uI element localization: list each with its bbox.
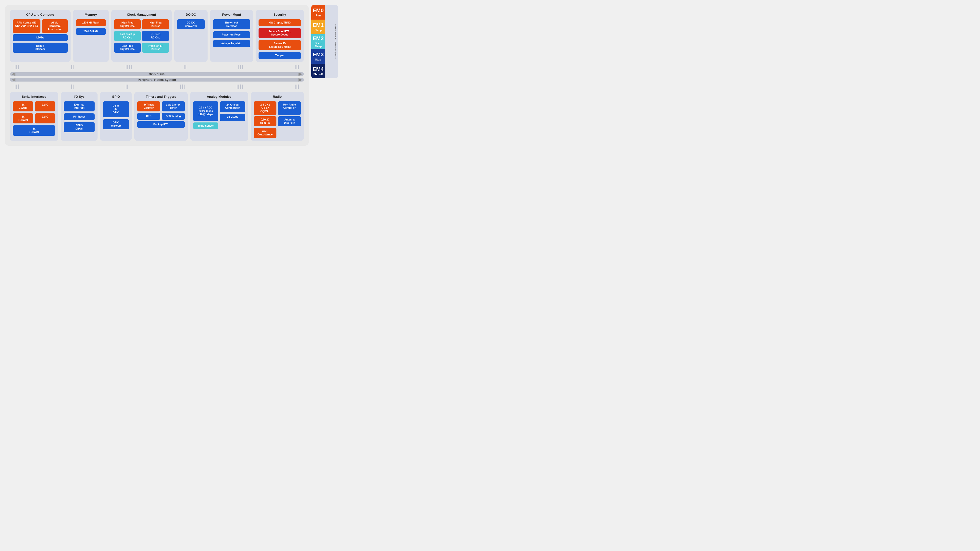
dcdc-section: DC-DC DC-DCConverter	[174, 10, 208, 62]
cpu-title: CPU and Compute	[26, 13, 54, 16]
fast-startup-block: Fast StartupRC Osc	[114, 31, 141, 41]
em1-item: EM1 Sleep	[311, 20, 333, 34]
timers-section: Timers and Triggers 5xTimer/Counter Low …	[134, 92, 188, 141]
em2-badge: EM2 DeepSleep	[311, 34, 325, 49]
peripheral-reflex-bus: ◀ Peripheral Reflex System ▶	[10, 78, 304, 81]
security-section: Security HW Crypto, TRNG Secure Boot RTS…	[256, 10, 304, 62]
radio-title: Radio	[273, 95, 282, 98]
bottom-connectors	[10, 84, 304, 89]
top-row: CPU and Compute ARM Cortex-M33with DSP, …	[10, 10, 304, 62]
top-connectors	[10, 65, 304, 69]
gpio-32-block: Up to32GPIO	[103, 102, 129, 117]
backup-rtc-block: Backup RTC	[137, 121, 185, 128]
usart-block: 1xUSART	[13, 102, 33, 111]
ext-interrupt-block: ExternalInterrupt	[64, 102, 95, 111]
em2-item: EM2 DeepSleep	[311, 34, 333, 49]
hf-rc-block: High FreqRC Osc	[142, 19, 169, 29]
rtc-block: RTC	[137, 113, 160, 120]
cpu-section: CPU and Compute ARM Cortex-M33with DSP, …	[10, 10, 71, 62]
dcdc-converter-block: DC-DCConverter	[177, 19, 205, 29]
low-energy-timer-block: Low EnergyTimer	[162, 102, 185, 111]
ldma-block: LDMA	[13, 34, 68, 41]
serial-title: Serial Interfaces	[22, 95, 46, 98]
radio-controller-block: M0+ RadioController	[278, 102, 301, 115]
wifi-coex-block: Wi-FiCoexistence	[254, 128, 277, 138]
security-title: Security	[274, 13, 286, 16]
i2c-block: 1xI²C	[35, 102, 56, 111]
gpio-wakeup-block: GPIOWakeup	[103, 119, 129, 129]
secure-id-block: Secure IDSecure Key Mgmt	[259, 40, 301, 50]
sidebar-feature-label-container: Feature available down to Energy Mode	[333, 5, 338, 78]
dcdc-title: DC-DC	[186, 13, 196, 16]
comparator-block: 2x AnalogComparator	[220, 102, 245, 112]
eusart2-block: 1xEUSART	[13, 125, 56, 135]
analog-section: Analog Modules 20-bit ADC20b@4ksps12b@1M…	[190, 92, 248, 141]
brown-out-block: Brown-outDetector	[213, 19, 250, 29]
hf-crystal-block: High FreqCrystal Osc	[114, 19, 141, 29]
ram-block: 256 kB RAM	[76, 28, 106, 35]
32bit-bus: ◀ 32-bit Bus ▶	[10, 72, 304, 76]
antenna-block: AntennaDiversity	[278, 116, 301, 126]
precision-lf-block: Precision LFRC Osc	[142, 43, 169, 52]
em1-badge: EM1 Sleep	[311, 20, 325, 34]
em0-item: EM0 Run	[311, 5, 333, 20]
memory-title: Memory	[85, 13, 97, 16]
analog-title: Analog Modules	[207, 95, 231, 98]
feature-label: Feature available down to Energy Mode	[335, 24, 337, 59]
timers-title: Timers and Triggers	[146, 95, 176, 98]
em4-badge: EM4 Shutoff	[311, 64, 325, 78]
hw-crypto-block: HW Crypto, TRNG	[259, 19, 301, 26]
em-list: EM0 Run EM1 Sleep EM2 DeepSleep EM3 Stop	[311, 5, 333, 78]
radio-section: Radio 2.4 GHz(G)FSKOQPSK M0+ RadioContro…	[251, 92, 304, 141]
clock-section: Clock Management High FreqCrystal Osc Hi…	[111, 10, 172, 62]
io-title: I/O Sys	[74, 95, 84, 98]
pa-block: 0,10,20dBm PA	[254, 116, 277, 126]
debug-block: DebugInterface	[13, 43, 68, 52]
ul-freq-block: UL FreqRC Osc	[142, 31, 169, 41]
adc-block: 20-bit ADC20b@4ksps12b@1Msps	[193, 102, 218, 121]
em0-badge: EM0 Run	[311, 5, 325, 20]
arm-cortex-block: ARM Cortex-M33with DSP, FPU & TZ	[13, 19, 40, 33]
temp-sensor-block: Temp Sensor	[193, 122, 218, 129]
clock-title: Clock Management	[127, 13, 156, 16]
sidebar: EM0 Run EM1 Sleep EM2 DeepSleep EM3 Stop	[311, 5, 338, 78]
memory-section: Memory 1536 kB Flash 256 kB RAM	[73, 10, 109, 62]
flash-block: 1536 kB Flash	[76, 19, 106, 26]
abus-block: ABUSDBUS	[64, 122, 95, 132]
por-block: Power-on-Reset	[213, 31, 250, 38]
timer-counter-block: 5xTimer/Counter	[137, 102, 160, 111]
io-section: I/O Sys ExternalInterrupt Pin Reset ABUS…	[61, 92, 97, 141]
i2c2-block: 1xI²C	[35, 113, 56, 124]
tamper-block: Tamper	[259, 52, 301, 59]
em3-badge: EM3 Stop	[311, 49, 325, 64]
gpio-section: GPIO Up to32GPIO GPIOWakeup	[100, 92, 132, 141]
em4-item: EM4 Shutoff	[311, 64, 333, 78]
power-section: Power Mgmt Brown-outDetector Power-on-Re…	[210, 10, 253, 62]
aiml-block: AI/MLHardwareAccelerator	[42, 19, 68, 33]
power-title: Power Mgmt	[222, 13, 241, 16]
pin-reset-block: Pin Reset	[64, 113, 95, 120]
watchdog-block: 2xWatchdog	[162, 113, 185, 120]
voltage-reg-block: Voltage Regulator	[213, 40, 250, 47]
serial-section: Serial Interfaces 1xUSART 1xI²C 1xEUSART…	[10, 92, 58, 141]
secure-boot-block: Secure Boot RTSLSecure Debug	[259, 28, 301, 38]
gpio-title: GPIO	[112, 95, 120, 98]
bus-container: ◀ 32-bit Bus ▶ ◀ Peripheral Reflex Syste…	[10, 72, 304, 81]
bottom-row: Serial Interfaces 1xUSART 1xI²C 1xEUSART…	[10, 92, 304, 141]
eusart-block: 1xEUSART	[13, 113, 33, 124]
em3-item: EM3 Stop	[311, 49, 333, 64]
vdac-block: 2x VDAC	[220, 114, 245, 121]
lf-crystal-block: Low FreqCrystal Osc	[114, 43, 141, 52]
gfsk-block: 2.4 GHz(G)FSKOQPSK	[254, 102, 277, 115]
main-diagram: CPU and Compute ARM Cortex-M33with DSP, …	[5, 5, 309, 146]
